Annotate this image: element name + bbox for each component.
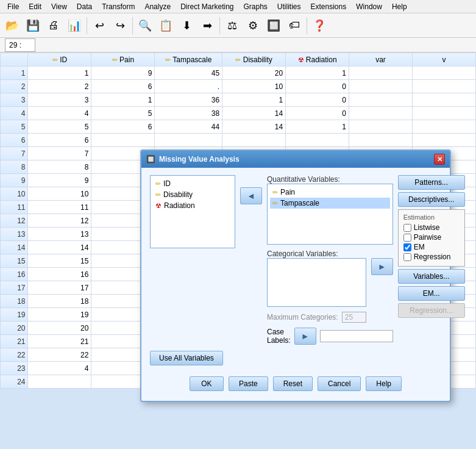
menu-view[interactable]: View	[46, 1, 72, 12]
menu-extensions[interactable]: Extensions	[306, 1, 352, 12]
left-variables-listbox[interactable]: ID Disability Radiation	[150, 175, 235, 248]
cell-id[interactable]: 6	[28, 134, 91, 147]
insert-var-button[interactable]: ➡	[197, 16, 217, 35]
vars-button[interactable]: 📋	[156, 16, 176, 35]
cell-var[interactable]	[349, 66, 413, 80]
col-header-id[interactable]: ID	[28, 53, 91, 66]
em-button[interactable]: EM...	[398, 286, 465, 301]
quant-listbox[interactable]: Pain Tampascale	[267, 184, 393, 245]
open-button[interactable]: 📂	[2, 16, 22, 35]
cell-id[interactable]: 18	[28, 295, 91, 308]
cell-id[interactable]: 16	[28, 268, 91, 281]
variables-button[interactable]: Variables...	[398, 269, 465, 284]
cell-id[interactable]: 8	[28, 160, 91, 174]
cell-tampascale[interactable]: 38	[155, 107, 222, 120]
cell-disability[interactable]: 10	[222, 80, 286, 93]
cell-var[interactable]	[349, 93, 413, 107]
menu-file[interactable]: File	[2, 1, 24, 12]
col-header-radiation[interactable]: Radiation	[286, 53, 349, 66]
cell-v[interactable]	[413, 66, 476, 80]
cell-radiation[interactable]	[286, 134, 349, 147]
insert-case-button[interactable]: ⬇	[177, 16, 196, 35]
cell-pain[interactable]	[91, 134, 155, 147]
case-label-input[interactable]	[320, 330, 393, 342]
cell-id[interactable]: 15	[28, 254, 91, 268]
cell-v[interactable]	[413, 134, 476, 147]
table-row[interactable]: 55644141	[1, 120, 476, 134]
paste-button[interactable]: Paste	[229, 376, 268, 391]
print-button[interactable]: 🖨	[44, 16, 63, 35]
goto-case-button[interactable]: 🔍	[135, 16, 155, 35]
cell-id[interactable]: 20	[28, 321, 91, 335]
cell-id[interactable]: 22	[28, 348, 91, 362]
cell-pain[interactable]: 6	[91, 80, 155, 93]
use-all-variables-button[interactable]: Use All Variables	[150, 351, 223, 365]
cell-id[interactable]: 11	[28, 201, 91, 214]
left-var-disability[interactable]: Disability	[153, 189, 232, 200]
cell-v[interactable]	[413, 93, 476, 107]
ok-button[interactable]: OK	[190, 376, 224, 391]
patterns-button[interactable]: Patterns...	[398, 175, 465, 190]
move-to-quant-button[interactable]: ◄	[240, 187, 262, 204]
cell-tampascale[interactable]: .	[155, 80, 222, 93]
regression-checkbox[interactable]	[403, 253, 411, 261]
cell-pain[interactable]: 9	[91, 66, 155, 80]
case-label-arrow-button[interactable]: ►	[294, 328, 316, 345]
help-button[interactable]: ❓	[310, 16, 329, 35]
cell-tampascale[interactable]: 44	[155, 120, 222, 134]
cell-disability[interactable]: 14	[222, 120, 286, 134]
help-footer-button[interactable]: Help	[366, 376, 402, 391]
cell-disability[interactable]: 20	[222, 66, 286, 80]
col-header-pain[interactable]: Pain	[91, 53, 155, 66]
cell-id[interactable]: 19	[28, 308, 91, 321]
table-row[interactable]: 3313610	[1, 93, 476, 107]
em-checkbox[interactable]	[403, 243, 411, 251]
cell-v[interactable]	[413, 80, 476, 93]
cell-tampascale[interactable]: 36	[155, 93, 222, 107]
menu-window[interactable]: Window	[351, 1, 387, 12]
cell-id[interactable]: 13	[28, 228, 91, 241]
cell-radiation[interactable]: 0	[286, 93, 349, 107]
dialog-close-button[interactable]: ✕	[434, 154, 445, 165]
listwise-checkbox[interactable]	[403, 224, 411, 232]
cell-id[interactable]: 17	[28, 281, 91, 295]
left-var-id[interactable]: ID	[153, 178, 232, 189]
cell-v[interactable]	[413, 120, 476, 134]
col-header-tampascale[interactable]: Tampascale	[155, 53, 222, 66]
cell-id[interactable]: 4	[28, 362, 91, 375]
cell-radiation[interactable]: 0	[286, 80, 349, 93]
max-cat-input[interactable]	[342, 312, 366, 323]
cell-tampascale[interactable]	[155, 134, 222, 147]
cell-id[interactable]: 21	[28, 335, 91, 348]
cell-tampascale[interactable]: 45	[155, 66, 222, 80]
descriptives-button[interactable]: Descriptives...	[398, 192, 465, 207]
cell-radiation[interactable]: 0	[286, 107, 349, 120]
cell-id[interactable]: 7	[28, 147, 91, 160]
weight-button[interactable]: ⚙	[243, 16, 263, 35]
menu-direct-marketing[interactable]: Direct Marketing	[176, 1, 238, 12]
move-to-cat-button[interactable]: ►	[371, 258, 393, 275]
col-header-var[interactable]: var	[349, 53, 413, 66]
cell-pain[interactable]: 5	[91, 107, 155, 120]
menu-help[interactable]: Help	[387, 1, 412, 12]
col-header-v[interactable]: v	[413, 53, 476, 66]
regression-detail-button[interactable]: Regression...	[398, 303, 465, 318]
menu-graphs[interactable]: Graphs	[238, 1, 272, 12]
cell-var[interactable]	[349, 80, 413, 93]
cell-var[interactable]	[349, 134, 413, 147]
cell-id[interactable]: 14	[28, 241, 91, 254]
cell-disability[interactable]: 14	[222, 107, 286, 120]
cell-v[interactable]	[413, 107, 476, 120]
cell-id[interactable]	[28, 375, 91, 389]
cell-disability[interactable]	[222, 134, 286, 147]
cell-id[interactable]: 1	[28, 66, 91, 80]
cell-id[interactable]: 10	[28, 187, 91, 201]
menu-data[interactable]: Data	[72, 1, 97, 12]
cancel-button[interactable]: Cancel	[318, 376, 361, 391]
undo-button[interactable]: ↩	[90, 16, 109, 35]
cell-id[interactable]: 5	[28, 120, 91, 134]
value-labels-button[interactable]: 🏷	[285, 16, 304, 35]
table-row[interactable]: 11945201	[1, 66, 476, 80]
cell-var[interactable]	[349, 120, 413, 134]
menu-utilities[interactable]: Utilities	[272, 1, 306, 12]
